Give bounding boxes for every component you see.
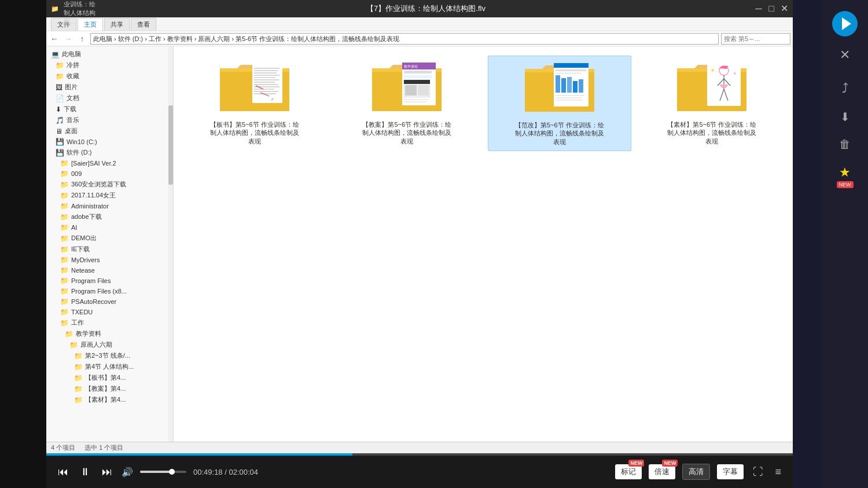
star-icon: ★ [839, 165, 851, 180]
download-icon: ⬇ [56, 105, 61, 113]
sidebar-item-ie[interactable]: 📁 IE下载 [46, 244, 173, 255]
sidebar-item-music[interactable]: 🎵 音乐 [46, 115, 173, 126]
time-current: 00:49:18 [193, 468, 223, 476]
sidebar-label: 009 [71, 170, 82, 177]
maximize-button[interactable]: □ [767, 5, 775, 13]
pictures-icon: 🖼 [56, 83, 62, 91]
sidebar-label-computer: 此电脑 [62, 50, 81, 58]
menu-button[interactable]: ≡ [773, 464, 784, 480]
sidebar-item-lesson4[interactable]: 📁 第4节 人体结构... [46, 361, 173, 372]
sidebar-label: [Saier]SAI Ver.2 [71, 160, 116, 167]
sidebar-item-ai[interactable]: 📁 AI [46, 222, 173, 233]
search-input[interactable] [721, 33, 790, 45]
sidebar-item-work[interactable]: 📁 工作 [46, 317, 173, 328]
sidebar-item-demo[interactable]: 📁 DEMO出 [46, 233, 173, 244]
sidebar-item-frozen[interactable]: 📁 冷拼 [46, 60, 173, 71]
sidebar-item-mydrivers[interactable]: 📁 MyDrivers [46, 255, 173, 265]
sidebar-item-lesson23[interactable]: 📁 第2~3节 线条/... [46, 350, 173, 361]
sidebar-scrollbar[interactable] [168, 46, 173, 442]
sidebar-item-admin[interactable]: 📁 Administrator [46, 201, 173, 211]
sidebar-item-txedu[interactable]: 📁 TXEDU [46, 307, 173, 317]
sidebar-item-favorites[interactable]: 📁 收藏 [46, 71, 173, 82]
sidebar-item-360[interactable]: 📁 360安全浏览器下载 [46, 179, 173, 190]
close-window-button[interactable]: ✕ [780, 5, 788, 13]
sidebar-item-drive-d[interactable]: 💾 软件 (D:) [46, 147, 173, 158]
prev-button[interactable]: ⏮ [56, 464, 71, 480]
volume-icon[interactable]: 🔊 [122, 467, 133, 478]
player-container: 📁 第5~6节 作业训练：绘制人体结构图... 【7】作业训练：绘制人体结构图.… [46, 0, 793, 488]
sidebar-item-programfiles-x86[interactable]: 📁 Program Files (x8... [46, 286, 173, 296]
sidebar-item-teaching[interactable]: 📁 教学资料 [46, 328, 173, 339]
sidebar-item-2017[interactable]: 📁 2017.11.04女王 [46, 190, 173, 201]
window-path-short: 第5~6节 作业训练：绘制人体结构图... [64, 0, 97, 26]
folder-label-board: 【板书】第5~6节 作业训练：绘制人体结构图，流畅线条绘制及表现 [208, 120, 301, 145]
biaoji-button[interactable]: 标记 NEW [615, 464, 642, 479]
play-pause-button[interactable]: ⏸ [78, 464, 93, 480]
folder-item-lesson[interactable]: 教学课程 [336, 56, 479, 151]
sidebar-item-009[interactable]: 📁 009 [46, 168, 173, 179]
svg-rect-42 [556, 75, 560, 93]
fullscreen-button[interactable]: ⛶ [751, 464, 766, 480]
sidebar-item-yuanhua6[interactable]: 📁 原画人六期 [46, 339, 173, 350]
sidebar-item-downloads[interactable]: ⬇ 下载 [46, 104, 173, 115]
up-button[interactable]: ↑ [76, 33, 88, 45]
sidebar-label: IE下载 [71, 245, 90, 254]
delete-button[interactable]: 🗑 [834, 133, 855, 156]
svg-rect-28 [404, 75, 432, 78]
volume-slider[interactable] [140, 471, 186, 473]
zimu-button[interactable]: 字幕 [717, 464, 744, 479]
file-content-area: ✓ 【板书】第5~6节 作业训练：绘制人体结构图，流畅线条绘制及表现 [174, 46, 793, 442]
sidebar-item-computer[interactable]: 💻 此电脑 [46, 49, 173, 60]
new-badge-favorite: NEW [837, 181, 854, 188]
folder-icon: 📁 [74, 385, 83, 393]
sidebar-item-programfiles[interactable]: 📁 Program Files [46, 276, 173, 286]
sidebar-item-drive-c[interactable]: 💾 Win10 (C:) [46, 137, 173, 147]
sidebar-item-pictures[interactable]: 🖼 图片 [46, 82, 173, 93]
sidebar-label: Program Files [71, 277, 111, 284]
selected-count: 选中 1 个项目 [84, 443, 123, 452]
right-panel: ✕ ⤴ ⬇ 🗑 ★ NEW [822, 0, 868, 488]
close-button-right[interactable]: ✕ [840, 47, 850, 63]
folder-icon: 📁 [60, 213, 69, 221]
folder-icon: 📁 [60, 170, 69, 178]
download-button[interactable]: ⬇ [836, 105, 855, 129]
address-path[interactable]: 此电脑 › 软件 (D:) › 工作 › 教学资料 › 原画人六期 › 第5-6… [90, 33, 719, 45]
tab-view[interactable]: 查看 [131, 18, 156, 31]
sidebar-item-adobe[interactable]: 📁 adobe下载 [46, 211, 173, 222]
next-button[interactable]: ⏭ [100, 464, 115, 480]
sidebar-item-sai[interactable]: 📁 [Saier]SAI Ver.2 [46, 158, 173, 168]
share-button[interactable]: ⤴ [837, 76, 853, 101]
sidebar-label: TXEDU [71, 309, 93, 315]
hd-button[interactable]: 高清 [682, 464, 710, 480]
sidebar-item-documents[interactable]: 📄 文档 [46, 93, 173, 104]
svg-rect-27 [404, 71, 432, 74]
tab-share[interactable]: 共享 [104, 18, 130, 31]
minimize-button[interactable]: ─ [755, 5, 763, 13]
sidebar-item-material4[interactable]: 📁 【素材】第4... [46, 394, 173, 405]
folder-icon: 📁 [60, 266, 69, 274]
folder-item-material[interactable]: ★ ♦ 【素材】第5~6节 作业训练：绘制人体结构图，流畅线条绘制及表现 [641, 56, 784, 151]
forward-button[interactable]: → [62, 33, 74, 45]
sidebar-item-desktop[interactable]: 🖥 桌面 [46, 126, 173, 137]
back-button[interactable]: ← [49, 33, 60, 45]
svg-rect-44 [567, 77, 572, 93]
folder-icon: 📁 [74, 363, 83, 371]
sidebar-item-netease[interactable]: 📁 Netease [46, 265, 173, 276]
beisu-button[interactable]: 倍速 NEW [649, 464, 675, 479]
sidebar-item-psauto[interactable]: 📁 PSAutoRecover [46, 296, 173, 307]
time-display: 00:49:18 / 02:00:04 [193, 468, 258, 476]
folder-icon: 📁 [60, 202, 69, 210]
svg-text:♦: ♦ [734, 71, 736, 75]
sidebar-label: Administrator [71, 203, 109, 210]
status-bar: 4 个项目 选中 1 个项目 [46, 442, 793, 453]
sidebar-item-plan4[interactable]: 📁 【教案】第4... [46, 383, 173, 394]
folder-icon: 📁 [56, 72, 64, 80]
folder-item-board[interactable]: ✓ 【板书】第5~6节 作业训练：绘制人体结构图，流畅线条绘制及表现 [183, 56, 326, 151]
folder-item-correction[interactable]: 【范改】第5~6节 作业训练：绘制人体结构图，流畅线条绘制及表现 [488, 56, 631, 151]
folder-icon: 📁 [60, 256, 69, 264]
favorite-button[interactable]: ★ NEW [832, 160, 858, 193]
folder-icon: 📁 [74, 352, 83, 360]
sidebar-item-board4[interactable]: 📁 【板书】第4... [46, 372, 173, 383]
folder-icon: 📁 [60, 287, 69, 295]
progress-bar[interactable] [46, 453, 793, 456]
